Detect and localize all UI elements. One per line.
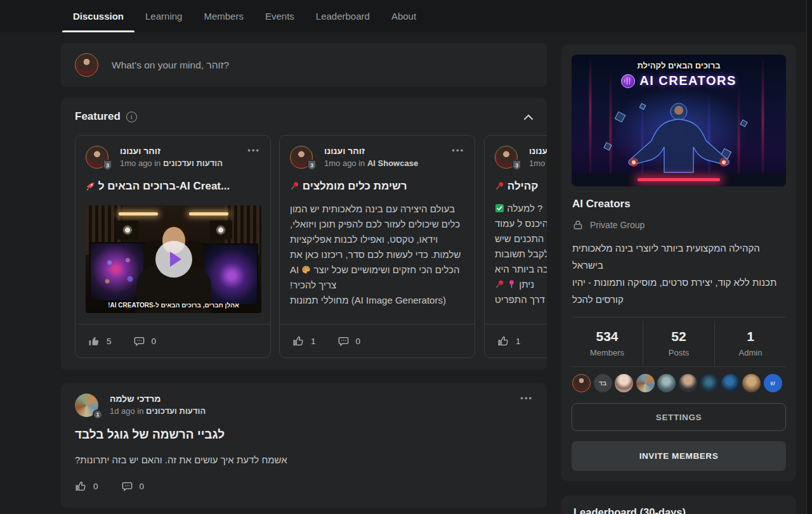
- banner-brand-text: AI CREATORS: [639, 74, 736, 88]
- member-avatar[interactable]: [679, 374, 697, 392]
- author-name[interactable]: זוהר וענונו: [324, 146, 418, 156]
- post-meta: 1d ago in הודעות ועדכונים: [110, 406, 206, 416]
- chevron-up-icon[interactable]: [524, 111, 533, 122]
- like-count: 5: [107, 337, 112, 346]
- stat-posts: 52 Posts: [643, 321, 714, 366]
- post-title[interactable]: רשימת כלים מומלצים: [290, 180, 464, 193]
- member-avatar[interactable]: [721, 374, 740, 392]
- member-avatar[interactable]: [636, 374, 655, 392]
- member-avatar[interactable]: [572, 374, 591, 392]
- group-banner[interactable]: ברוכים הבאים לקהילת AI CREATORS: [572, 55, 786, 186]
- privacy-label: Private Group: [590, 220, 645, 230]
- like-icon[interactable]: [75, 480, 87, 492]
- member-avatar[interactable]: [700, 374, 718, 392]
- comment-count: 0: [140, 482, 145, 491]
- member-avatar[interactable]: ש: [764, 374, 782, 392]
- feed-post[interactable]: 1 מרדכי שלמה 1d ago in הודעות ועדכונים •…: [61, 383, 547, 508]
- rocket-icon: [86, 181, 95, 191]
- settings-button[interactable]: SETTINGS: [572, 403, 786, 431]
- brain-icon: [621, 74, 635, 88]
- post-title[interactable]: ברוכים הבאים ל-AI Creat...: [86, 180, 260, 193]
- tab-leaderboard[interactable]: Leaderboard: [305, 0, 381, 32]
- post-composer[interactable]: What's on your mind, זוהר?: [61, 43, 547, 87]
- member-avatar[interactable]: [615, 374, 633, 392]
- invite-members-button[interactable]: INVITE MEMBERS: [572, 441, 786, 471]
- member-avatar[interactable]: [657, 374, 676, 392]
- lock-icon: [572, 219, 584, 231]
- comment-count: 0: [152, 337, 157, 346]
- tab-members[interactable]: Members: [193, 0, 254, 32]
- more-options-icon[interactable]: •••: [247, 146, 260, 155]
- post-title[interactable]: קהילה: [495, 180, 547, 193]
- post-title[interactable]: לגביי הרשמה של גוגל בלבד: [75, 428, 533, 442]
- current-user-avatar[interactable]: [75, 53, 98, 77]
- featured-card-community[interactable]: 3 זוהר וענונו 1mo ago in קהילה למעלה ?הי…: [484, 135, 547, 358]
- tab-discussion[interactable]: Discussion: [62, 0, 134, 32]
- member-avatar[interactable]: [742, 374, 761, 392]
- level-badge: 3: [512, 160, 521, 170]
- check-icon: [495, 203, 504, 213]
- like-count: 1: [311, 337, 316, 346]
- palette-icon: [301, 265, 311, 274]
- member-avatar[interactable]: בד: [594, 374, 612, 392]
- post-body-line: ניתן: [495, 277, 547, 292]
- more-options-icon[interactable]: •••: [520, 394, 533, 403]
- comment-count: 0: [356, 337, 361, 346]
- post-body-line: דרך התפריט: [495, 292, 547, 307]
- speaker: [116, 221, 139, 240]
- like-icon[interactable]: [497, 335, 509, 347]
- divider: [572, 317, 786, 318]
- post-body-line: התכנים שיש: [495, 231, 547, 247]
- video-caption: אהלן חברים, ברוכים הבאים ל-AI CREATORS!: [86, 302, 261, 309]
- scrollbar[interactable]: [806, 0, 812, 514]
- tab-events[interactable]: Events: [254, 0, 305, 32]
- like-icon[interactable]: [88, 335, 100, 347]
- featured-card-tools[interactable]: 3 זוהר וענונו 1mo ago in AI Showcase •••…: [279, 135, 475, 358]
- author-name[interactable]: מרדכי שלמה: [110, 394, 206, 404]
- composer-placeholder: What's on your mind, זוהר?: [112, 60, 229, 71]
- post-body-line: היכנס ל עמוד: [495, 216, 547, 231]
- info-icon[interactable]: i: [126, 112, 137, 122]
- like-count: 0: [93, 482, 98, 491]
- featured-card-welcome[interactable]: 3 זוהר וענונו 1mo ago in הודעות ועדכונים…: [75, 135, 271, 358]
- author-name[interactable]: זוהר וענונו: [529, 146, 547, 156]
- stat-admin: 1 Admin: [714, 321, 786, 366]
- author-avatar[interactable]: 3: [495, 146, 518, 169]
- group-description: הקהילה המקצועית ביותר ליוצרי בינה מלאכות…: [572, 240, 787, 308]
- comment-icon[interactable]: [121, 480, 133, 492]
- group-name: AI Creators: [572, 198, 631, 210]
- post-meta: 1mo ago in AI Showcase: [324, 158, 418, 168]
- author-avatar[interactable]: 3: [290, 146, 313, 169]
- video-thumbnail[interactable]: אהלן חברים, ברוכים הבאים ל-AI CREATORS!: [86, 205, 261, 313]
- author-avatar[interactable]: 1: [75, 394, 98, 417]
- comment-icon[interactable]: [337, 335, 350, 347]
- comment-icon[interactable]: [133, 335, 145, 347]
- author-avatar[interactable]: 3: [86, 146, 108, 169]
- member-avatar-row: בדש: [572, 374, 782, 392]
- divider: [572, 366, 786, 367]
- more-options-icon[interactable]: •••: [452, 146, 464, 155]
- featured-cards-row: 3 זוהר וענונו 1mo ago in הודעות ועדכונים…: [75, 135, 547, 358]
- tab-learning[interactable]: Learning: [134, 0, 193, 32]
- level-badge: 1: [93, 409, 103, 420]
- like-count: 1: [516, 337, 521, 346]
- play-button[interactable]: [155, 241, 192, 278]
- post-body: למעלה ?היכנס ל עמודהתכנים שישלקבל תשובות…: [495, 201, 547, 307]
- banner-keyboard-glow: [638, 178, 720, 181]
- tab-about[interactable]: About: [381, 0, 427, 32]
- roundpin-icon: [507, 279, 516, 289]
- banner-figure: [619, 101, 739, 176]
- pushpin-icon: [495, 279, 504, 289]
- ceiling-light: [119, 212, 158, 215]
- level-badge: 3: [103, 160, 112, 170]
- author-name[interactable]: זוהר וענונו: [120, 146, 223, 156]
- leaderboard-card: Leaderboard (30-days): [561, 496, 796, 514]
- top-navigation: Discussion Learning Members Events Leade…: [0, 0, 812, 32]
- featured-section: Featured i 3 זוהר וענונו 1mo ago in הודע…: [61, 98, 547, 370]
- post-body: אשמח לדעת איך עושים את זה. והאם יש בזה י…: [75, 454, 533, 465]
- post-meta: 1mo ago in הודעות ועדכונים: [120, 158, 223, 168]
- stat-members: 534 Members: [572, 321, 643, 366]
- group-stats: 534 Members 52 Posts 1 Admin: [572, 321, 786, 366]
- like-icon[interactable]: [292, 335, 304, 347]
- speaker: [209, 221, 232, 240]
